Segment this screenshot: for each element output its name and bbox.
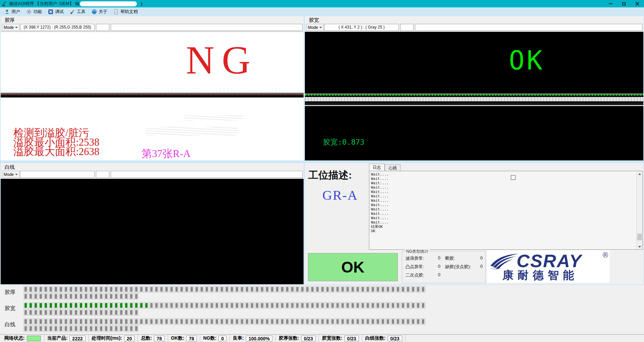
thickness-coord-readout[interactable]: (X 398,Y 1272) : (R 255,G 255,B 255) xyxy=(20,24,95,31)
function-icon xyxy=(26,9,32,14)
indicator-cell xyxy=(345,286,350,293)
indicator-cell xyxy=(44,293,48,300)
indicator-cell xyxy=(260,286,264,293)
panel-thickness-title: 胶厚 xyxy=(1,16,304,23)
indicator-cell xyxy=(250,286,254,293)
indicator-cell xyxy=(23,293,28,300)
thickness-image-view[interactable]: NG 检测到溢胶/脏污 溢胶最小面积:2538 溢胶最大面积:2638 第37张… xyxy=(1,32,304,160)
width-coord-readout[interactable]: ( X 431, Y 2 ) : ( Gray 25 ) xyxy=(324,24,399,31)
indicator-cell xyxy=(310,318,315,325)
menu-item-about[interactable]: 关于 xyxy=(89,8,110,16)
tab-log[interactable]: 日志 xyxy=(369,164,385,171)
indicator-cell xyxy=(159,318,164,325)
indicator-cell xyxy=(139,318,144,325)
indicator-cell xyxy=(69,318,73,325)
log-entry: Wait.... xyxy=(371,203,636,207)
result-status-button[interactable]: OK xyxy=(308,253,398,281)
thickness-mode-dropdown[interactable]: Mode xyxy=(2,24,19,31)
indicator-cell xyxy=(34,302,38,309)
indicator-cell xyxy=(104,309,108,316)
log-scrollbar[interactable] xyxy=(636,171,642,249)
statusbar-item-process-time: 处理时间(ms):20 xyxy=(89,335,138,342)
maximize-button[interactable] xyxy=(617,0,631,7)
width-mode-dropdown[interactable]: Mode xyxy=(306,24,324,31)
statusbar-label: 胶宽张数: xyxy=(322,335,342,341)
indicator-cell xyxy=(119,318,123,325)
indicator-row xyxy=(23,293,644,300)
whiteline-info-field[interactable] xyxy=(111,171,303,178)
mode-label: Mode xyxy=(4,172,14,177)
ng-stat-row: 波浪异常:0 xyxy=(406,255,440,261)
width-aux-field[interactable] xyxy=(400,24,414,31)
statusbar-item-yield-rate: 良率:100.000% xyxy=(230,335,276,342)
menu-item-debug[interactable]: 调试 xyxy=(45,8,67,16)
log-list[interactable]: Wait....Wait....Wait....Wait....Wait....… xyxy=(369,171,643,250)
indicator-cell xyxy=(144,286,149,293)
menu-item-function[interactable]: 功能 xyxy=(23,8,45,16)
indicator-cell xyxy=(421,286,425,293)
thickness-aux-field[interactable] xyxy=(96,24,109,31)
indicator-cell xyxy=(391,318,395,325)
indicator-cell xyxy=(195,318,199,325)
width-info-field[interactable] xyxy=(415,24,642,31)
menu-item-tools[interactable]: 工具 xyxy=(67,8,89,16)
indicator-cell xyxy=(69,293,73,300)
indicator-cell xyxy=(114,302,118,309)
indicator-cell xyxy=(94,325,98,332)
thickness-info-field[interactable] xyxy=(111,24,303,31)
whiteline-toolbar: Mode xyxy=(1,170,304,179)
indicator-cell xyxy=(34,293,38,300)
indicator-cell xyxy=(74,302,78,309)
indicator-cell xyxy=(179,302,184,309)
panel-width-title: 胶宽 xyxy=(305,16,643,23)
indicator-cell xyxy=(84,286,88,293)
menu-item-user[interactable]: 用户 xyxy=(1,8,23,16)
indicator-cell xyxy=(39,293,43,300)
indicator-cell xyxy=(396,302,400,309)
indicator-cell xyxy=(356,286,360,293)
smudge-mark xyxy=(145,127,239,136)
indicator-cell xyxy=(169,302,174,309)
whiteline-aux-field[interactable] xyxy=(96,171,109,178)
width-image-view[interactable]: OK 胶宽:0.873 xyxy=(305,32,643,160)
scroll-down-icon[interactable] xyxy=(637,244,642,249)
indicator-cell xyxy=(386,318,390,325)
indicator-cell xyxy=(104,302,108,309)
indicator-cell xyxy=(134,293,139,300)
indicator-cell xyxy=(104,325,108,332)
indicator-cell xyxy=(195,302,199,309)
indicator-cell xyxy=(69,286,73,293)
log-checkbox[interactable] xyxy=(511,175,516,180)
statusbar-label: 良率: xyxy=(233,335,244,341)
indicator-cell xyxy=(29,302,33,309)
ng-stat-label: 二次点胶: xyxy=(406,272,424,278)
scroll-up-icon[interactable] xyxy=(637,171,642,177)
log-entry: Wait.... xyxy=(371,194,636,198)
whiteline-coord-readout[interactable] xyxy=(20,171,95,178)
minimize-button[interactable] xyxy=(604,0,617,7)
indicator-cell xyxy=(114,309,118,316)
whiteline-mode-dropdown[interactable]: Mode xyxy=(2,171,19,178)
indicator-cell xyxy=(34,318,38,325)
indicator-cell xyxy=(119,325,123,332)
indicator-cell xyxy=(190,318,194,325)
indicator-cell xyxy=(411,318,415,325)
indicator-cell xyxy=(255,302,259,309)
thickness-toolbar: Mode (X 398,Y 1272) : (R 255,G 255,B 255… xyxy=(1,23,304,32)
menu-item-help-doc[interactable]: 帮助文档 xyxy=(110,8,141,16)
tab-heartbeat[interactable]: 心跳 xyxy=(385,164,400,171)
indicator-cell xyxy=(260,318,264,325)
panel-whiteline: 白线 Mode xyxy=(1,163,304,284)
indicator-cell xyxy=(164,302,169,309)
indicator-cell xyxy=(114,286,118,293)
indicator-cell xyxy=(79,286,83,293)
indicator-cell xyxy=(190,286,194,293)
width-toolbar: Mode ( X 431, Y 2 ) : ( Gray 25 ) xyxy=(305,23,643,32)
indicator-cell xyxy=(366,286,370,293)
close-button[interactable] xyxy=(631,0,644,7)
scrollbar-thumb[interactable] xyxy=(637,234,642,240)
whiteline-image-view[interactable] xyxy=(1,179,304,284)
indicator-cell xyxy=(99,325,103,332)
indicator-cell xyxy=(225,286,229,293)
indicator-cell xyxy=(49,293,53,300)
